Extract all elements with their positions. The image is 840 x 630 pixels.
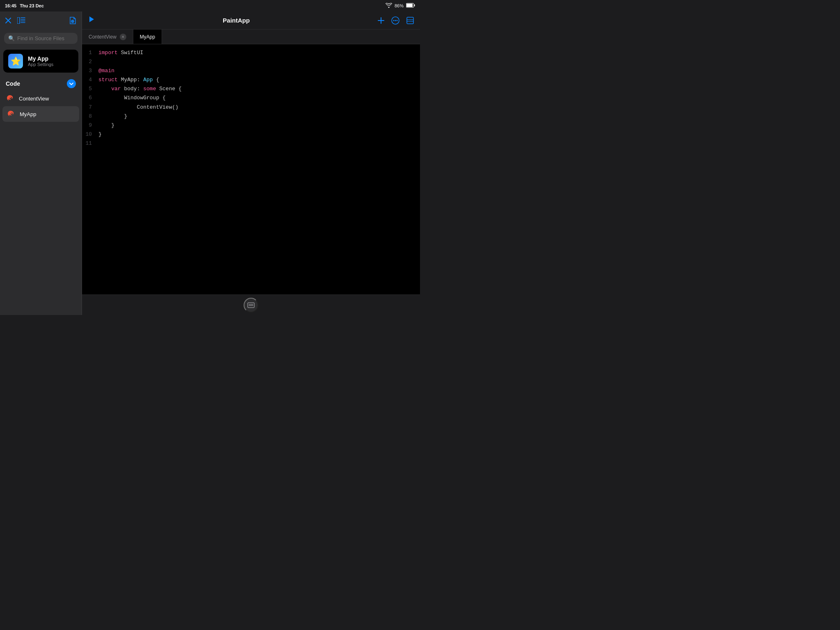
status-time: 16:45: [5, 3, 16, 8]
code-line-3: 3 @main: [82, 66, 420, 75]
main-content: PaintApp: [82, 11, 420, 315]
top-toolbar: PaintApp: [82, 11, 420, 30]
sidebar: 🔍 ⭐ My App App Settings Code: [0, 11, 82, 315]
add-button[interactable]: [377, 17, 385, 24]
tab-myapp-label: MyApp: [140, 34, 155, 40]
swift-icon-myapp: [7, 110, 16, 119]
toolbar-left: [88, 16, 95, 25]
line-content-3: @main: [98, 66, 114, 75]
svg-point-18: [397, 20, 398, 21]
tab-close-contentview[interactable]: ✕: [120, 34, 126, 40]
line-content-10: }: [98, 130, 102, 139]
close-sidebar-button[interactable]: [5, 17, 11, 24]
code-line-5: 5 var body: some Scene {: [82, 84, 420, 94]
app-icon: ⭐: [8, 54, 23, 68]
bottom-bar: [82, 294, 420, 315]
section-header: Code: [0, 75, 82, 91]
file-name-contentview: ContentView: [19, 96, 49, 102]
app-name: My App: [28, 55, 53, 62]
app-title: PaintApp: [95, 17, 377, 24]
line-num-3: 3: [82, 66, 98, 75]
svg-rect-2: [406, 4, 413, 7]
line-content-7: ContentView(): [98, 103, 178, 112]
line-content-1: import SwiftUI: [98, 48, 143, 57]
line-num-6: 6: [82, 94, 98, 103]
new-file-button[interactable]: [68, 16, 77, 25]
svg-point-17: [395, 20, 396, 21]
code-editor[interactable]: 1 import SwiftUI 2 3 @main 4 struct MyAp…: [82, 44, 420, 294]
sidebar-toolbar-left: [5, 17, 25, 24]
console-button[interactable]: [244, 298, 258, 313]
status-bar: 16:45 Thu 23 Dec 86%: [0, 0, 420, 11]
tab-contentview[interactable]: ContentView ✕: [82, 30, 133, 44]
run-button[interactable]: [88, 16, 95, 25]
toggle-sidebar-button[interactable]: [17, 17, 25, 24]
main-container: 🔍 ⭐ My App App Settings Code: [0, 11, 420, 315]
line-content-9: }: [98, 121, 114, 130]
line-content-8: }: [98, 112, 127, 121]
code-line-4: 4 struct MyApp: App {: [82, 75, 420, 84]
tab-myapp[interactable]: MyApp: [133, 30, 162, 44]
sidebar-item-contentview[interactable]: ContentView: [0, 91, 82, 106]
section-title: Code: [6, 80, 20, 87]
svg-rect-22: [248, 303, 254, 308]
svg-rect-19: [407, 17, 413, 24]
battery-percent: 86%: [395, 3, 404, 8]
line-num-9: 9: [82, 121, 98, 130]
section-chevron-button[interactable]: [67, 79, 76, 88]
app-item[interactable]: ⭐ My App App Settings: [3, 50, 78, 73]
battery-icon: [406, 3, 415, 9]
sidebar-item-myapp[interactable]: MyApp: [2, 106, 79, 122]
more-button[interactable]: [391, 16, 399, 25]
status-date: Thu 23 Dec: [20, 3, 44, 8]
code-line-7: 7 ContentView(): [82, 103, 420, 112]
line-num-1: 1: [82, 48, 98, 57]
status-left: 16:45 Thu 23 Dec: [5, 3, 44, 8]
tab-bar: ContentView ✕ MyApp: [82, 30, 420, 44]
toolbar-right: [377, 16, 414, 25]
layout-button[interactable]: [406, 16, 414, 25]
line-content-6: WindowGroup {: [98, 94, 166, 103]
search-icon: 🔍: [8, 35, 15, 41]
line-num-10: 10: [82, 130, 98, 139]
sidebar-toolbar: [0, 11, 82, 30]
code-line-6: 6 WindowGroup {: [82, 94, 420, 103]
line-num-5: 5: [82, 84, 98, 94]
search-input[interactable]: [17, 35, 73, 41]
svg-point-16: [393, 20, 395, 21]
file-name-myapp: MyApp: [20, 111, 36, 117]
code-line-10: 10 }: [82, 130, 420, 139]
code-line-1: 1 import SwiftUI: [82, 48, 420, 57]
tab-contentview-label: ContentView: [89, 34, 116, 40]
line-num-7: 7: [82, 103, 98, 112]
line-num-4: 4: [82, 75, 98, 84]
status-right: 86%: [386, 3, 415, 9]
swift-icon-contentview: [6, 94, 15, 103]
line-num-8: 8: [82, 112, 98, 121]
code-line-8: 8 }: [82, 112, 420, 121]
code-line-11: 11: [82, 139, 420, 148]
line-content-4: struct MyApp: App {: [98, 75, 159, 84]
app-info: My App App Settings: [28, 55, 53, 67]
svg-rect-1: [414, 5, 415, 7]
line-num-11: 11: [82, 139, 98, 148]
wifi-icon: [386, 3, 392, 9]
app-subtitle: App Settings: [28, 62, 53, 67]
code-line-2: 2: [82, 57, 420, 66]
code-line-9: 9 }: [82, 121, 420, 130]
line-content-5: var body: some Scene {: [98, 84, 182, 94]
svg-rect-5: [17, 17, 20, 24]
line-num-2: 2: [82, 57, 98, 66]
search-bar[interactable]: 🔍: [4, 33, 78, 44]
